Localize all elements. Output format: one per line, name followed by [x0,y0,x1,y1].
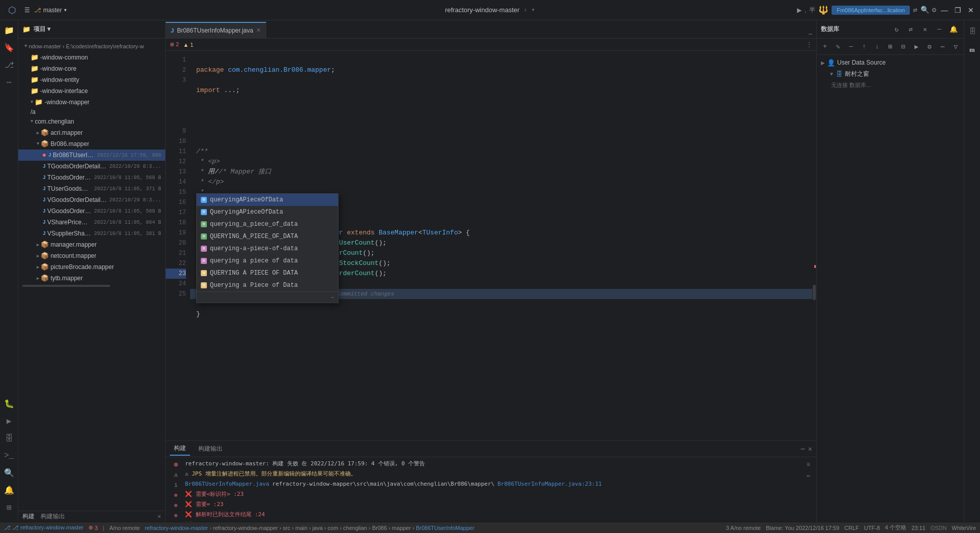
db-edit-icon[interactable]: ✎ [832,41,844,53]
activity-search-icon[interactable]: 🔍 [1,465,17,481]
autocomplete-item-3[interactable]: m QUERYING_A_PIECE_OF_DATA [197,230,338,243]
db-sql-icon[interactable]: ▶ [910,41,923,53]
db-import-icon[interactable]: ↑ [858,41,870,53]
hamburger-menu-button[interactable]: ☰ [24,7,30,14]
autocomplete-item-4[interactable]: m querying-a-piece-of-data [197,243,338,255]
translate-icon[interactable]: ⇄ [913,6,917,14]
tree-item-window-interface[interactable]: 📁 -window-interface [18,85,165,97]
autocomplete-item-5[interactable]: m querying a piece of data [197,255,338,267]
autocomplete-item-0[interactable]: m queryingAPieceOfData [197,194,338,206]
tree-item-vgoodsorderdetailmapper[interactable]: J VGoodsOrderDetailMapper 2022/10/8 11:0… [18,205,165,217]
activity-project-icon[interactable]: 📁 [1,22,17,39]
db-filter-icon[interactable]: ▽ [950,41,962,53]
tree-item-window-core[interactable]: 📁 -window-core [18,63,165,74]
activity-terminal-icon[interactable]: >_ [1,448,17,464]
tree-item-com-chenglian[interactable]: ▼ com.chenglian [18,116,165,127]
tree-item-picturebrocade-mapper[interactable]: ▶ 📦 pictureBrocade.mapper [18,261,165,273]
tree-item-root[interactable]: ▼ ndow-master › E:\codes\refractory\refr… [18,41,165,52]
activity-vcs-icon[interactable]: ⎇ [1,57,17,73]
activity-database-icon[interactable]: 🗄 [1,430,17,447]
db-properties-icon[interactable]: ⚙ [924,41,936,53]
run-configuration-button[interactable]: Fm086AppInterfac...lication [832,6,910,15]
tree-item-vsuppliersharemapper[interactable]: J VSupplierShareMapper 2022/10/8 11:05, … [18,228,165,239]
tree-item-manager-mapper[interactable]: ▶ 📦 manager.mapper [18,239,165,250]
autocomplete-item-6[interactable]: m QUERYING A PIECE OF DATA [197,267,338,279]
title-bar-right: ▶ , 半 🔱 Fm086AppInterfac...lication ⇄ 🔍 … [797,5,976,15]
db-export-icon[interactable]: ↓ [871,41,883,53]
db-panel-header: 数据库 ↻ ⇄ ✕ — 🔔 [817,20,964,39]
search-everywhere-icon[interactable]: 🔍 [921,6,929,14]
db-folder-icon: 👤 [827,59,835,67]
output-settings-icon[interactable]: ≡ [807,460,810,469]
db-table-icon[interactable]: ⊞ [884,41,897,53]
output-wrap-icon[interactable]: ⇔ [807,471,810,481]
status-error-count[interactable]: ⊗ 3 [88,524,98,531]
tree-item-netcount-mapper[interactable]: ▶ 📦 netcount.mapper [18,250,165,261]
build-tab[interactable]: 构建 [22,512,35,521]
status-indent[interactable]: 4 个空格 [885,524,906,531]
git-branch-indicator[interactable]: ⎇ ⎇ refractory-window-master [4,524,83,531]
tree-item-a[interactable]: /a [18,108,165,116]
db-tree-naicun[interactable]: ▼ 🗄 耐村之窗 [817,68,964,79]
tree-item-br086-mapper[interactable]: ▼ 📦 Br086.mapper [18,138,165,150]
tree-item-vsharepricemapper[interactable]: J VSharePriceMapper 2022/10/8 11:05, 864… [18,217,165,228]
tree-item-vgoodsorderdetailfmmapper[interactable]: J VGoodsOrderDetailFmMapper 2022/10/29 8… [18,194,165,205]
db-tree-user-data-source[interactable]: ▶ 👤 User Data Source [817,57,964,68]
tree-item-window-common[interactable]: 📁 -window-common [18,52,165,63]
app-logo-icon[interactable]: ⬡ [4,2,20,18]
activity-more-icon[interactable]: ⋯ [1,74,17,91]
editor-settings-icon[interactable]: ⋮ [806,41,812,48]
bottom-settings-icon[interactable]: ⋯ [801,445,805,453]
database-panel: 数据库 ↻ ⇄ ✕ — 🔔 + ✎ — ↑ ↓ ⊞ ⊟ ▶ ⚙ ⋯ ▽ ▶ [816,20,964,522]
build-text-column: refractory-window-master: 构建 失败 在 2022/1… [185,459,802,522]
editor-more-icon[interactable]: ⋯ [809,31,812,38]
db-add-icon[interactable]: + [819,41,831,53]
activity-vcs2-icon[interactable]: ⊞ [1,499,17,516]
bottom-close-icon[interactable]: ✕ [808,445,812,453]
right-sidebar-db-icon[interactable]: 🗄 [965,24,979,39]
minimize-button[interactable]: — [939,6,950,14]
db-refresh-icon[interactable]: ↻ [891,23,903,36]
activity-run-icon[interactable]: ▶ [1,413,17,429]
activity-bookmark-icon[interactable]: 🔖 [1,40,17,56]
tree-item-window-mapper[interactable]: ▼ 📁 -window-mapper [18,97,165,108]
editor-tab-active[interactable]: J Br086TUserInfoMapper.java ✕ [166,22,266,38]
autocomplete-item-1[interactable]: m QueryingAPieceOfData [197,206,338,218]
autocomplete-item-7[interactable]: m Querying a Piece of Data [197,279,338,291]
tree-item-tusergoodsmapper[interactable]: J TUserGoodsMapper 2022/10/8 11:05, 371 … [18,183,165,194]
tree-item-acri-mapper[interactable]: ▶ 📦 acri.mapper [18,127,165,138]
build-output-tab-bottom[interactable]: 构建输出 [194,442,227,455]
autocomplete-label-0: queryingAPieceOfData [210,196,283,203]
db-close-icon[interactable]: ✕ [919,23,931,36]
status-encoding[interactable]: UTF-8 [864,525,880,531]
db-notification-icon[interactable]: 🔔 [947,23,960,36]
db-remove-icon[interactable]: — [845,41,857,53]
branch-selector[interactable]: ⎇ master ▾ [34,7,67,14]
close-button[interactable]: ✕ [966,6,976,14]
build-output-tab[interactable]: 构建输出 [41,512,65,521]
activity-debug-icon[interactable]: 🐛 [1,396,17,412]
tree-item-tytb-mapper[interactable]: ▶ 📦 tytb.mapper [18,273,165,284]
right-sidebar-m-icon[interactable]: m [965,43,979,57]
autocomplete-item-2[interactable]: m querying_a_piece_of_data [197,218,338,230]
db-more-icon[interactable]: ⋯ [937,41,949,53]
db-minimize-icon[interactable]: — [933,23,945,36]
activity-notifications-icon[interactable]: 🔔 [1,482,17,498]
tree-item-tgoodsorderdetailapimapper[interactable]: J TGoodsOrderDetailApiMapper 2022/10/29 … [18,161,165,172]
build-tab-bottom[interactable]: 构建 [170,442,190,456]
editor-area: J Br086TUserInfoMapper.java ✕ ⋯ ⊗ 2 ▲ 1 … [166,20,816,522]
db-sync-icon[interactable]: ⇄ [905,23,917,36]
tab-close-icon[interactable]: ✕ [256,27,261,34]
editor-content[interactable]: 1 2 3 9 10 11 12 13 14 15 16 17 18 19 20… [166,51,816,440]
tree-item-br086tuserinfomapper[interactable]: J Br086TUserInfoMapper 2022/12/16 17:59,… [18,150,165,161]
tree-item-window-entity[interactable]: 📁 -window-entity [18,74,165,85]
status-crlf[interactable]: CRLF [844,525,859,531]
more-options-icon[interactable]: ⋯ [331,294,334,301]
tab-filename: Br086TUserInfoMapper.java [177,27,253,34]
settings-icon[interactable]: ⚙ [932,6,936,14]
db-column-icon[interactable]: ⊟ [897,41,909,53]
tree-item-tgoodsordermapper[interactable]: J TGoodsOrderMapper 2022/10/8 11:05, 568… [18,172,165,183]
editor-scrollbar[interactable] [812,51,816,440]
close-build-panel-icon[interactable]: ✕ [158,513,161,520]
maximize-button[interactable]: ❐ [953,6,963,14]
